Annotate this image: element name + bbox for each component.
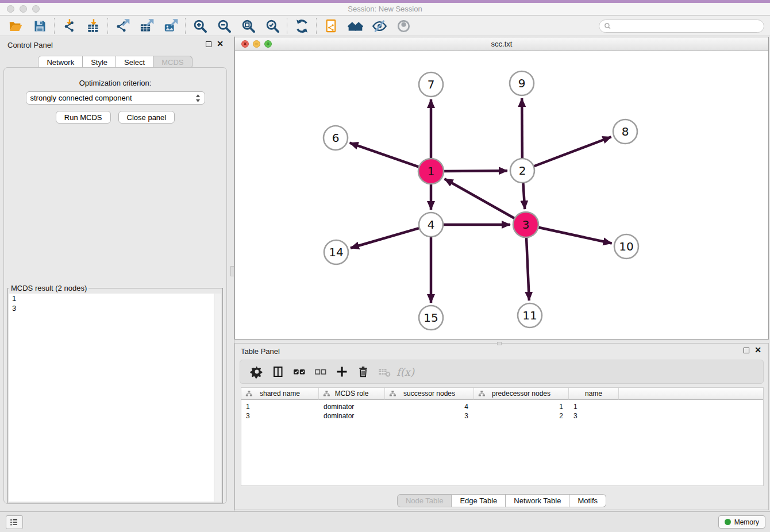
first-neighbors-button[interactable]	[343, 17, 367, 34]
criterion-select[interactable]: strongly connected component	[26, 91, 205, 105]
trash-icon	[356, 365, 370, 379]
zoom-in-button[interactable]	[188, 17, 212, 34]
zoom-fit-button[interactable]	[236, 17, 260, 34]
cell-successor-nodes[interactable]: 4	[385, 402, 474, 411]
import-table-icon	[86, 18, 101, 34]
zoom-out-icon	[217, 18, 232, 34]
edge-1-2[interactable]	[442, 171, 507, 171]
control-panel-header: Control Panel ✕	[0, 36, 230, 53]
node-label-15: 15	[424, 311, 438, 325]
cell-shared-name[interactable]: 1	[241, 402, 319, 411]
zoom-selected-icon	[265, 18, 280, 34]
export-image-button[interactable]	[159, 17, 183, 34]
edge-1-6[interactable]	[350, 143, 421, 168]
cell-predecessor-nodes[interactable]: 2	[474, 411, 569, 421]
column-settings-button[interactable]	[246, 363, 267, 381]
toolbar-separator	[316, 18, 317, 34]
close-panel-icon[interactable]: ✕	[217, 39, 224, 48]
window-title: Session: New Session	[0, 5, 770, 13]
column-header-predecessor-nodes[interactable]: predecessor nodes	[474, 388, 569, 400]
export-table-button[interactable]	[134, 17, 159, 34]
function-builder-button: f(x)	[395, 363, 416, 381]
cell-name[interactable]: 1	[569, 402, 619, 411]
import-network-icon	[61, 18, 77, 34]
import-table-button[interactable]	[81, 17, 105, 34]
save-session-button[interactable]	[28, 17, 52, 34]
splitter-handle-horizontal[interactable]	[497, 342, 502, 345]
edge-3-1[interactable]	[445, 179, 517, 219]
column-header-MCDS-role[interactable]: MCDS role	[319, 388, 385, 400]
new-network-from-selection-button[interactable]	[319, 17, 343, 34]
cell-name[interactable]: 3	[569, 411, 619, 421]
cell-MCDS-role[interactable]: dominator	[319, 402, 385, 411]
mcds-result-box: MCDS result (2 nodes) 13	[7, 284, 223, 503]
hide-selected-button[interactable]	[367, 17, 391, 34]
cell-predecessor-nodes[interactable]: 1	[474, 402, 569, 411]
hierarchy-icon	[389, 390, 396, 398]
edge-2-9[interactable]	[522, 98, 522, 160]
create-column-button[interactable]	[331, 363, 352, 381]
splitter-handle[interactable]	[230, 266, 234, 276]
vertical-splitter[interactable]	[230, 36, 234, 511]
column-header-name[interactable]: name	[569, 388, 619, 400]
apply-layout-button[interactable]	[290, 17, 314, 34]
optimization-criterion-label: Optimization criterion:	[4, 79, 226, 87]
edge-2-3[interactable]	[523, 182, 525, 209]
edge-3-10[interactable]	[537, 227, 612, 243]
box-pair-icon	[314, 365, 328, 379]
table-panel-header: Table Panel ✕	[235, 344, 768, 361]
tab-network-table[interactable]: Network Table	[506, 494, 569, 507]
edge-4-14[interactable]	[351, 228, 421, 248]
export-network-icon	[115, 18, 130, 34]
cell-successor-nodes[interactable]: 3	[385, 411, 474, 421]
control-panel: Control Panel ✕ NetworkStyleSelectMCDS O…	[0, 36, 230, 511]
tab-node-table[interactable]: Node Table	[397, 494, 452, 507]
table-row[interactable]: 3dominator323	[241, 411, 763, 421]
column-header-shared-name[interactable]: shared name	[241, 388, 319, 400]
toggle-panel-button[interactable]	[267, 363, 288, 381]
network-canvas[interactable]: 7968124314101511	[235, 51, 768, 339]
memory-button[interactable]: Memory	[718, 515, 765, 529]
search-input[interactable]	[614, 22, 759, 30]
task-history-button[interactable]	[6, 515, 23, 529]
open-session-button[interactable]	[3, 17, 28, 34]
import-network-button[interactable]	[57, 17, 81, 34]
delete-column-button[interactable]	[352, 363, 374, 381]
toolbar-separator	[107, 18, 108, 34]
zoom-out-button[interactable]	[212, 17, 236, 34]
node-label-14: 14	[329, 245, 343, 259]
cell-shared-name[interactable]: 3	[241, 411, 319, 421]
node-table[interactable]: shared nameMCDS rolesuccessor nodesprede…	[241, 387, 764, 486]
network-graph[interactable]: 7968124314101511	[235, 51, 768, 339]
criterion-value: strongly connected component	[30, 94, 132, 102]
node-label-7: 7	[428, 78, 435, 91]
table-row[interactable]: 1dominator411	[241, 402, 763, 411]
search-box[interactable]	[599, 20, 764, 33]
table-header: shared nameMCDS rolesuccessor nodesprede…	[241, 388, 763, 400]
memory-status-icon	[725, 519, 731, 525]
show-all-button[interactable]	[391, 17, 415, 34]
clone-icon	[324, 18, 339, 34]
columns-icon	[271, 365, 285, 379]
cell-MCDS-role[interactable]: dominator	[319, 411, 385, 421]
eye-disabled-icon	[396, 18, 411, 34]
tab-edge-table[interactable]: Edge Table	[452, 494, 506, 507]
close-table-panel-icon[interactable]: ✕	[754, 345, 761, 354]
run-mcds-button[interactable]: Run MCDS	[56, 111, 111, 124]
float-panel-icon[interactable]	[206, 41, 211, 47]
column-header-successor-nodes[interactable]: successor nodes	[385, 388, 474, 400]
mcds-result-list[interactable]: 13	[9, 294, 221, 502]
edge-2-8[interactable]	[533, 137, 611, 167]
zoom-selected-button[interactable]	[260, 17, 284, 34]
scrollbar-track[interactable]	[214, 294, 221, 502]
tab-motifs[interactable]: Motifs	[569, 494, 606, 507]
export-network-button[interactable]	[110, 17, 134, 34]
edge-3-11[interactable]	[526, 236, 529, 300]
node-label-10: 10	[619, 240, 633, 253]
float-table-panel-icon[interactable]	[744, 348, 749, 353]
select-all-button[interactable]	[288, 363, 310, 381]
table-tabs: Node TableEdge TableNetwork TableMotifs	[235, 494, 768, 507]
close-panel-button[interactable]: Close panel	[118, 111, 175, 124]
deselect-all-button[interactable]	[310, 363, 331, 381]
node-label-2: 2	[519, 164, 526, 178]
